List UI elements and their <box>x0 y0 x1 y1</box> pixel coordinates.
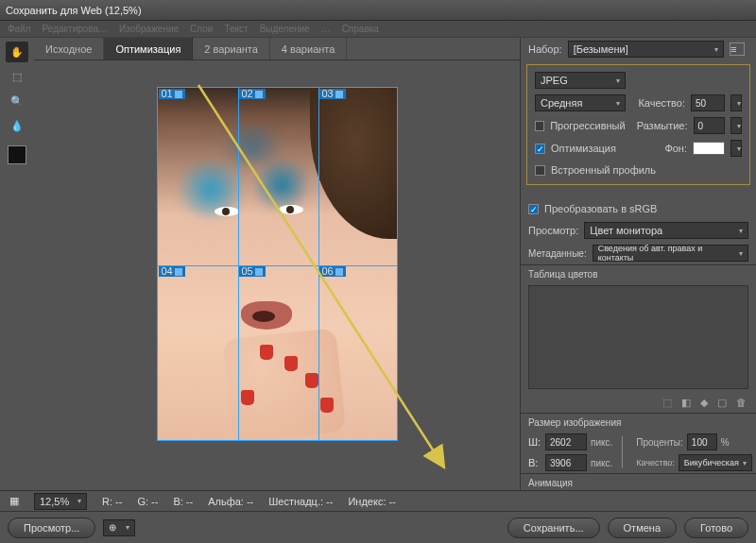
tab-2up[interactable]: 2 варианта <box>193 38 270 59</box>
hand-tool[interactable]: ✋ <box>6 42 28 62</box>
button-bar: Просмотр... ⊕ Сохранить... Отмена Готово <box>0 511 756 543</box>
slice-tag[interactable]: 04 <box>159 266 185 277</box>
width-input[interactable]: 2602 <box>545 433 587 450</box>
view-tabs: Исходное Оптимизация 2 варианта 4 вариан… <box>34 38 520 60</box>
quality-input[interactable]: 50 <box>691 94 725 111</box>
optimize-settings-box: JPEG Средняя Качество: 50 Прогрессивный … <box>526 64 750 185</box>
quality-dropdown-icon[interactable] <box>730 94 742 111</box>
slice-tag[interactable]: 06 <box>319 266 346 277</box>
status-bar: ▦ 12,5% R: -- G: -- B: -- Альфа: -- Шест… <box>0 490 756 511</box>
matte-color-swatch[interactable] <box>693 142 725 155</box>
constrain-link-icon[interactable] <box>622 436 623 468</box>
color-lock-icon[interactable]: ⬚ <box>662 397 672 409</box>
window-title: Сохранить для Web (12,5%) <box>6 5 142 16</box>
slice-tag[interactable]: 03 <box>319 89 346 99</box>
title-bar: Сохранить для Web (12,5%) <box>0 0 756 21</box>
zoom-tool[interactable]: 🔍 <box>6 91 28 111</box>
browser-select[interactable]: ⊕ <box>103 519 135 536</box>
preview-select[interactable]: Цвет монитора <box>584 222 748 239</box>
zoom-select[interactable]: 12,5% <box>34 493 87 510</box>
image-size-header: Размер изображения <box>521 413 756 432</box>
slice-tag[interactable]: 05 <box>239 266 266 277</box>
tab-4up[interactable]: 4 варианта <box>270 38 348 59</box>
tab-optimized[interactable]: Оптимизация <box>104 38 193 59</box>
preview-canvas[interactable]: 01 02 03 04 05 06 JPEG 98,3K 19 сек @ 56… <box>34 60 520 543</box>
tab-original[interactable]: Исходное <box>34 38 104 59</box>
embed-profile-checkbox[interactable] <box>535 165 545 176</box>
save-button[interactable]: Сохранить... <box>507 518 600 538</box>
preset-select[interactable]: [Безымени] <box>568 41 724 58</box>
color-map-icon[interactable]: ◆ <box>700 397 708 409</box>
metadata-select[interactable]: Сведения об авт. правах и контакты <box>593 245 748 262</box>
matte-dropdown-icon[interactable] <box>730 140 742 157</box>
optimize-checkbox[interactable] <box>535 144 545 154</box>
trash-icon[interactable]: 🗑 <box>736 397 747 409</box>
grid-icon[interactable]: ▦ <box>9 495 19 507</box>
eyedropper-tool[interactable]: 💧 <box>6 115 28 136</box>
color-shift-icon[interactable]: ◧ <box>681 397 691 409</box>
done-button[interactable]: Готово <box>684 518 748 538</box>
color-table-header: Таблица цветов <box>521 264 756 283</box>
slice-select-tool[interactable]: ⬚ <box>6 66 28 87</box>
color-new-icon[interactable]: ▢ <box>717 397 727 409</box>
menu-bar: ФайлРедактирова…Изображение СлоиТекстВыд… <box>0 21 756 38</box>
blur-input[interactable]: 0 <box>694 117 726 134</box>
height-input[interactable]: 3906 <box>545 454 587 471</box>
preview-image[interactable]: 01 02 03 04 05 06 <box>157 87 398 441</box>
resample-select[interactable]: Бикубическая <box>679 454 752 471</box>
browser-preview-button[interactable]: Просмотр... <box>8 518 95 538</box>
slice-tag[interactable]: 02 <box>239 89 266 99</box>
preset-label: Набор: <box>528 43 562 55</box>
convert-srgb-checkbox[interactable] <box>528 204 539 214</box>
eyedropper-color-swatch[interactable] <box>8 145 26 164</box>
quality-preset-select[interactable]: Средняя <box>535 94 626 111</box>
percent-input[interactable]: 100 <box>687 433 717 450</box>
cancel-button[interactable]: Отмена <box>608 518 677 538</box>
animation-header: Анимация <box>521 473 756 492</box>
tool-column: ✋ ⬚ 🔍 💧 <box>0 38 34 543</box>
color-table[interactable] <box>528 285 748 389</box>
progressive-checkbox[interactable] <box>535 121 544 131</box>
color-table-toolbar: ⬚ ◧ ◆ ▢ 🗑 <box>521 393 756 413</box>
format-select[interactable]: JPEG <box>535 72 626 89</box>
panel-menu-icon[interactable]: ≡ <box>730 42 745 56</box>
options-panel: Набор: [Безымени] ≡ JPEG Средняя Качеств… <box>520 38 756 543</box>
blur-dropdown-icon[interactable] <box>730 117 742 134</box>
slice-tag[interactable]: 01 <box>159 89 185 99</box>
